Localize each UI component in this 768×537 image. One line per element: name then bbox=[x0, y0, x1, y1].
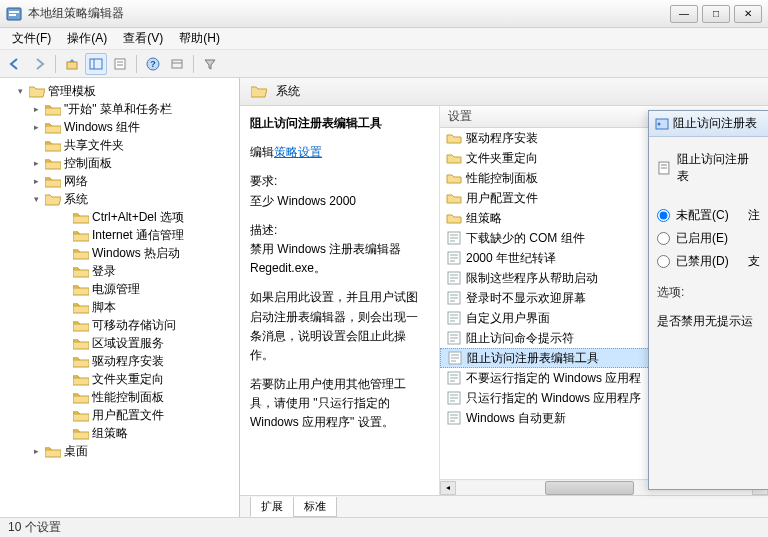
scroll-thumb[interactable] bbox=[545, 481, 634, 495]
tree-label: 驱动程序安装 bbox=[92, 353, 164, 370]
tab-extended[interactable]: 扩展 bbox=[250, 497, 294, 517]
folder-icon bbox=[73, 265, 89, 278]
expand-icon[interactable]: ▸ bbox=[30, 121, 42, 133]
tree-node[interactable]: ▸控制面板 bbox=[2, 154, 237, 172]
forward-button[interactable] bbox=[28, 53, 50, 75]
tree-label: 管理模板 bbox=[48, 83, 96, 100]
folder-icon bbox=[73, 391, 89, 404]
toolbar-separator bbox=[193, 55, 194, 73]
radio-enabled-label: 已启用(E) bbox=[676, 230, 728, 247]
tree-node[interactable]: 脚本 bbox=[2, 298, 237, 316]
list-item-label: 文件夹重定向 bbox=[466, 150, 538, 167]
desc-p3: 若要防止用户使用其他管理工具，请使用 "只运行指定的 Windows 应用程序"… bbox=[250, 375, 429, 433]
expand-placeholder bbox=[58, 211, 70, 223]
tree-node[interactable]: Windows 热启动 bbox=[2, 244, 237, 262]
tree-label: 可移动存储访问 bbox=[92, 317, 176, 334]
tree-label: 脚本 bbox=[92, 299, 116, 316]
back-button[interactable] bbox=[4, 53, 26, 75]
tree-node[interactable]: ▾系统 bbox=[2, 190, 237, 208]
folder-icon bbox=[45, 139, 61, 152]
app-icon bbox=[6, 6, 22, 22]
expand-icon[interactable]: ▸ bbox=[30, 175, 42, 187]
expand-icon[interactable]: ▸ bbox=[30, 157, 42, 169]
expand-placeholder bbox=[58, 247, 70, 259]
tree-node[interactable]: 电源管理 bbox=[2, 280, 237, 298]
folder-icon bbox=[73, 355, 89, 368]
tree-node[interactable]: Ctrl+Alt+Del 选项 bbox=[2, 208, 237, 226]
tree-node[interactable]: ▸桌面 bbox=[2, 442, 237, 460]
tree-node[interactable]: 用户配置文件 bbox=[2, 406, 237, 424]
dialog-subtitle-row: 阻止访问注册表 bbox=[657, 151, 760, 185]
dialog-icon bbox=[655, 117, 669, 131]
tree-label: Ctrl+Alt+Del 选项 bbox=[92, 209, 184, 226]
tree-node[interactable]: 文件夹重定向 bbox=[2, 370, 237, 388]
expand-icon[interactable]: ▸ bbox=[30, 445, 42, 457]
folder-open-icon bbox=[251, 85, 267, 98]
collapse-icon[interactable]: ▾ bbox=[14, 85, 26, 97]
tree-label: "开始" 菜单和任务栏 bbox=[64, 101, 172, 118]
tree-node[interactable]: 组策略 bbox=[2, 424, 237, 442]
scroll-left-arrow[interactable]: ◂ bbox=[440, 481, 456, 495]
tree-node[interactable]: 可移动存储访问 bbox=[2, 316, 237, 334]
tree-node[interactable]: ▸"开始" 菜单和任务栏 bbox=[2, 100, 237, 118]
filter-button[interactable] bbox=[199, 53, 221, 75]
expand-icon[interactable] bbox=[30, 139, 42, 151]
policy-dialog: 阻止访问注册表 阻止访问注册表 未配置(C) 注 已启用(E) 已禁用(D) 支… bbox=[648, 110, 768, 490]
minimize-button[interactable]: — bbox=[670, 5, 698, 23]
tree-label: 组策略 bbox=[92, 425, 128, 442]
dialog-extra-text: 注 bbox=[748, 207, 760, 224]
tree-node[interactable]: ▸Windows 组件 bbox=[2, 118, 237, 136]
tree-node[interactable]: Internet 通信管理 bbox=[2, 226, 237, 244]
list-item-label: 登录时不显示欢迎屏幕 bbox=[466, 290, 586, 307]
folder-icon bbox=[73, 319, 89, 332]
folder-icon bbox=[73, 247, 89, 260]
dialog-extra-text: 支 bbox=[748, 253, 760, 270]
tree-node[interactable]: 性能控制面板 bbox=[2, 388, 237, 406]
options-button[interactable] bbox=[166, 53, 188, 75]
tree-label: 控制面板 bbox=[64, 155, 112, 172]
edit-label: 编辑 bbox=[250, 145, 274, 159]
menu-bar: 文件(F) 操作(A) 查看(V) 帮助(H) bbox=[0, 28, 768, 50]
properties-button[interactable] bbox=[109, 53, 131, 75]
list-item-label: 用户配置文件 bbox=[466, 190, 538, 207]
description-panel: 阻止访问注册表编辑工具 编辑策略设置 要求:至少 Windows 2000 描述… bbox=[240, 106, 440, 495]
tree-node[interactable]: 共享文件夹 bbox=[2, 136, 237, 154]
expand-placeholder bbox=[58, 265, 70, 277]
up-button[interactable] bbox=[61, 53, 83, 75]
tree-label: 系统 bbox=[64, 191, 88, 208]
folder-icon bbox=[446, 171, 462, 185]
tree-node[interactable]: ▸网络 bbox=[2, 172, 237, 190]
radio-not-configured[interactable] bbox=[657, 209, 670, 222]
menu-help[interactable]: 帮助(H) bbox=[171, 28, 228, 49]
folder-icon bbox=[73, 337, 89, 350]
window-title: 本地组策略编辑器 bbox=[28, 5, 666, 22]
menu-action[interactable]: 操作(A) bbox=[59, 28, 115, 49]
folder-open-icon bbox=[29, 85, 45, 98]
menu-view[interactable]: 查看(V) bbox=[115, 28, 171, 49]
list-header-band: 系统 bbox=[240, 78, 768, 106]
tree-node[interactable]: 驱动程序安装 bbox=[2, 352, 237, 370]
expand-icon[interactable]: ▸ bbox=[30, 103, 42, 115]
policy-icon bbox=[446, 411, 462, 425]
radio-disabled[interactable] bbox=[657, 255, 670, 268]
tree-label: 电源管理 bbox=[92, 281, 140, 298]
tree-pane[interactable]: ▾ 管理模板 ▸"开始" 菜单和任务栏▸Windows 组件共享文件夹▸控制面板… bbox=[0, 78, 240, 517]
radio-enabled[interactable] bbox=[657, 232, 670, 245]
folder-icon bbox=[45, 175, 61, 188]
collapse-icon[interactable]: ▾ bbox=[30, 193, 42, 205]
show-tree-button[interactable] bbox=[85, 53, 107, 75]
folder-icon bbox=[446, 211, 462, 225]
tree-label: Internet 通信管理 bbox=[92, 227, 184, 244]
maximize-button[interactable]: □ bbox=[702, 5, 730, 23]
close-button[interactable]: ✕ bbox=[734, 5, 762, 23]
tree-node[interactable]: 区域设置服务 bbox=[2, 334, 237, 352]
svg-text:?: ? bbox=[150, 59, 156, 69]
tree-node-root[interactable]: ▾ 管理模板 bbox=[2, 82, 237, 100]
policy-icon bbox=[446, 391, 462, 405]
tabs-bar: 扩展 标准 bbox=[240, 495, 768, 517]
tab-standard[interactable]: 标准 bbox=[293, 497, 337, 517]
menu-file[interactable]: 文件(F) bbox=[4, 28, 59, 49]
edit-policy-link[interactable]: 策略设置 bbox=[274, 145, 322, 159]
tree-node[interactable]: 登录 bbox=[2, 262, 237, 280]
help-button[interactable]: ? bbox=[142, 53, 164, 75]
